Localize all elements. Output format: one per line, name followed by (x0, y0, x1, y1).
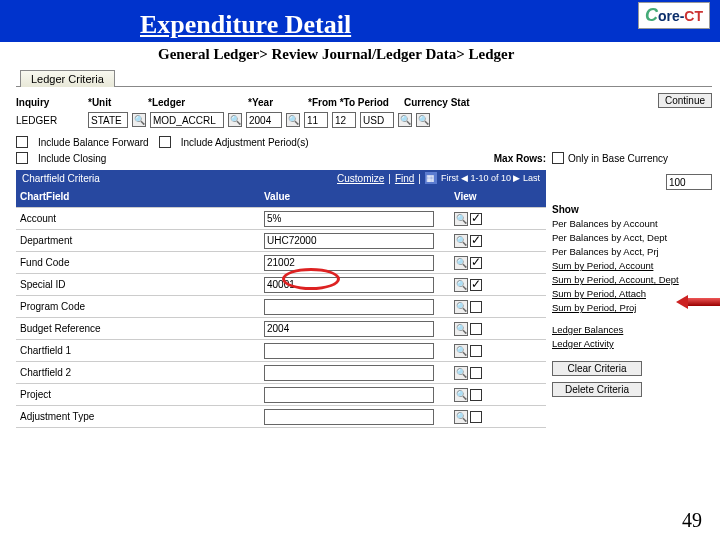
from-period-input[interactable] (304, 112, 328, 128)
view-checkbox[interactable] (470, 301, 482, 313)
currency-label: Currency Stat (404, 97, 470, 108)
year-label: *Year (248, 97, 273, 108)
view-checkbox[interactable] (470, 323, 482, 335)
fromto-label: *From *To Period (308, 97, 389, 108)
chartfield-section-header: Chartfield Criteria Customize | Find | ▦… (16, 170, 546, 186)
show-option[interactable]: Sum by Period, Account, Dept (552, 273, 712, 287)
chartfield-label: Fund Code (20, 257, 264, 268)
chartfield-value-input[interactable] (264, 277, 434, 293)
lookup-icon[interactable]: 🔍 (454, 212, 468, 226)
max-rows-input[interactable] (666, 174, 712, 190)
lookup-icon[interactable]: 🔍 (454, 300, 468, 314)
chartfield-label: Budget Reference (20, 323, 264, 334)
inquiry-value: LEDGER (16, 115, 57, 126)
grid-icon[interactable]: ▦ (425, 172, 437, 184)
row-nav-text: First ◀ 1-10 of 10 ▶ Last (441, 173, 540, 183)
max-rows-label: Max Rows: (494, 153, 546, 164)
ledger-balances-link[interactable]: Ledger Balances (552, 323, 712, 337)
title-bar: Expenditure Detail CCore-CTore-CT (0, 0, 720, 42)
chartfield-value-input[interactable] (264, 409, 434, 425)
show-option[interactable]: Per Balances by Account (552, 217, 712, 231)
show-option[interactable]: Sum by Period, Account (552, 259, 712, 273)
lookup-icon[interactable]: 🔍 (132, 113, 146, 127)
lookup-icon[interactable]: 🔍 (454, 234, 468, 248)
only-base-checkbox[interactable] (552, 152, 564, 164)
show-option[interactable]: Per Balances by Acct, Prj (552, 245, 712, 259)
page-number: 49 (682, 509, 702, 532)
chartfield-value-input[interactable] (264, 211, 434, 227)
unit-input[interactable] (88, 112, 128, 128)
include-balance-forward-label: Include Balance Forward (38, 137, 149, 148)
chartfield-value-input[interactable] (264, 343, 434, 359)
continue-button[interactable]: Continue (658, 93, 712, 108)
logo: CCore-CTore-CT (638, 2, 710, 29)
include-closing-checkbox[interactable] (16, 152, 28, 164)
col-view: View (454, 191, 477, 202)
include-closing-label: Include Closing (38, 153, 106, 164)
currency-input[interactable] (360, 112, 394, 128)
lookup-icon[interactable]: 🔍 (398, 113, 412, 127)
inquiry-label: Inquiry (16, 97, 49, 108)
view-checkbox[interactable] (470, 411, 482, 423)
view-checkbox[interactable] (470, 257, 482, 269)
chartfield-value-input[interactable] (264, 255, 434, 271)
chartfield-label: Special ID (20, 279, 264, 290)
col-chartfield: ChartField (20, 191, 264, 202)
lookup-icon[interactable]: 🔍 (454, 278, 468, 292)
view-checkbox[interactable] (470, 389, 482, 401)
chartfield-label: Project (20, 389, 264, 400)
include-adjustment-checkbox[interactable] (159, 136, 171, 148)
chartfield-value-input[interactable] (264, 321, 434, 337)
section-title: Chartfield Criteria (22, 173, 100, 184)
chartfield-label: Account (20, 213, 264, 224)
show-heading: Show (552, 204, 712, 215)
view-checkbox[interactable] (470, 279, 482, 291)
breadcrumb: General Ledger> Review Journal/Ledger Da… (158, 46, 720, 63)
table-row: Program Code 🔍 (16, 296, 546, 318)
show-option[interactable]: Per Balances by Acct, Dept (552, 231, 712, 245)
chartfield-value-input[interactable] (264, 233, 434, 249)
lookup-icon[interactable]: 🔍 (228, 113, 242, 127)
view-checkbox[interactable] (470, 235, 482, 247)
clear-criteria-button[interactable]: Clear Criteria (552, 361, 642, 376)
chartfield-label: Department (20, 235, 264, 246)
include-balance-forward-checkbox[interactable] (16, 136, 28, 148)
lookup-icon[interactable]: 🔍 (454, 322, 468, 336)
unit-label: *Unit (88, 97, 111, 108)
table-row: Chartfield 1 🔍 (16, 340, 546, 362)
lookup-icon[interactable]: 🔍 (454, 410, 468, 424)
chartfield-label: Chartfield 2 (20, 367, 264, 378)
table-row: Chartfield 2 🔍 (16, 362, 546, 384)
customize-link[interactable]: Customize (337, 173, 384, 184)
lookup-icon[interactable]: 🔍 (286, 113, 300, 127)
find-link[interactable]: Find (395, 173, 414, 184)
delete-criteria-button[interactable]: Delete Criteria (552, 382, 642, 397)
table-row: Adjustment Type 🔍 (16, 406, 546, 428)
tab-ledger-criteria[interactable]: Ledger Criteria (20, 70, 115, 87)
view-checkbox[interactable] (470, 345, 482, 357)
ledger-activity-link[interactable]: Ledger Activity (552, 337, 712, 351)
chartfield-value-input[interactable] (264, 299, 434, 315)
lookup-icon[interactable]: 🔍 (454, 388, 468, 402)
year-input[interactable] (246, 112, 282, 128)
view-checkbox[interactable] (470, 213, 482, 225)
table-row: Project 🔍 (16, 384, 546, 406)
chartfield-label: Chartfield 1 (20, 345, 264, 356)
to-period-input[interactable] (332, 112, 356, 128)
table-row: Budget Reference 🔍 (16, 318, 546, 340)
table-row: Special ID 🔍 (16, 274, 546, 296)
lookup-icon[interactable]: 🔍 (416, 113, 430, 127)
lookup-icon[interactable]: 🔍 (454, 256, 468, 270)
lookup-icon[interactable]: 🔍 (454, 366, 468, 380)
view-checkbox[interactable] (470, 367, 482, 379)
chartfield-value-input[interactable] (264, 365, 434, 381)
include-adjustment-label: Include Adjustment Period(s) (181, 137, 309, 148)
table-row: Account 🔍 (16, 208, 546, 230)
col-value: Value (264, 191, 454, 202)
lookup-icon[interactable]: 🔍 (454, 344, 468, 358)
chartfield-label: Adjustment Type (20, 411, 264, 422)
ledger-input[interactable] (150, 112, 224, 128)
table-row: Department 🔍 (16, 230, 546, 252)
chartfield-label: Program Code (20, 301, 264, 312)
chartfield-value-input[interactable] (264, 387, 434, 403)
